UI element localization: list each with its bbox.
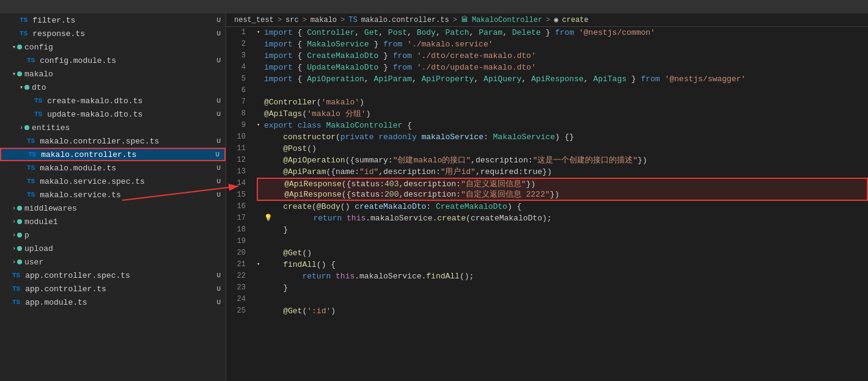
folder-dot	[24, 125, 29, 130]
sidebar-item-middlewares[interactable]: ›middlewares	[0, 201, 226, 215]
line-number-22: 22	[226, 270, 246, 282]
token: }	[264, 282, 288, 294]
fold-arrow[interactable]	[257, 201, 263, 212]
token: ()	[302, 247, 312, 259]
token: @ApiOperation	[283, 154, 345, 166]
fold-arrow[interactable]	[257, 282, 263, 294]
token	[412, 62, 417, 73]
breadcrumb-src: src	[285, 16, 299, 24]
sidebar-item-entities[interactable]: ›entities	[0, 121, 226, 134]
fold-arrow[interactable]	[257, 85, 263, 96]
sidebar-item-makalo-controller-spec-ts[interactable]: TSmakalo.controller.spec.tsU	[0, 134, 226, 148]
fold-arrow[interactable]	[257, 143, 263, 154]
token: @ApiTags	[264, 108, 302, 120]
token	[264, 305, 283, 317]
sidebar-item-config-module-ts[interactable]: TSconfig.module.tsU	[0, 54, 226, 67]
fold-arrow[interactable]	[257, 270, 263, 282]
sidebar-item-badge: U	[216, 272, 221, 279]
sidebar-item-makalo-service-ts[interactable]: TSmakalo.service.tsU	[0, 188, 226, 201]
line-number-5: 5	[226, 73, 246, 85]
line-number-8: 8	[226, 108, 246, 120]
fold-arrow[interactable]	[257, 305, 263, 317]
token: from	[555, 27, 574, 38]
fold-arrow[interactable]	[257, 294, 263, 305]
fold-arrow[interactable]	[257, 236, 263, 247]
code-line-25: @Get(':id')	[257, 305, 868, 317]
fold-arrow[interactable]	[257, 96, 263, 108]
token: './makalo.service'	[407, 38, 493, 50]
fold-arrow[interactable]	[257, 62, 263, 73]
sidebar-item-app-controller-spec-ts[interactable]: TSapp.controller.spec.tsU	[0, 269, 226, 282]
token: ApiParam	[373, 73, 411, 85]
token: from	[393, 62, 412, 73]
folder-dot	[24, 85, 29, 90]
fold-arrow[interactable]	[257, 212, 263, 224]
fold-arrow[interactable]: ▾	[257, 259, 263, 270]
fold-arrow[interactable]: ▾	[257, 120, 263, 131]
fold-arrow[interactable]	[257, 166, 263, 178]
token	[275, 212, 313, 224]
sidebar-item-makalo-service-spec-ts[interactable]: TSmakalo.service.spec.tsU	[0, 175, 226, 188]
fold-arrow[interactable]	[257, 224, 263, 236]
sidebar[interactable]: TSfilter.tsUTSresponse.tsU▾configTSconfi…	[0, 13, 226, 381]
sidebar-item-makalo-module-ts[interactable]: TSmakalo.module.tsU	[0, 161, 226, 175]
token: ApiResponse	[531, 73, 584, 85]
fold-arrow[interactable]	[257, 108, 263, 120]
fold-arrow[interactable]: ▾	[257, 27, 263, 38]
breadcrumb-class: MakaloController	[472, 16, 542, 24]
token: ({name:	[326, 166, 359, 178]
sidebar-item-update-makalo-dto-ts[interactable]: TSupdate-makalo.dto.tsU	[0, 107, 226, 121]
fold-arrow[interactable]	[257, 247, 263, 259]
code-line-6	[257, 85, 868, 96]
token: ()	[340, 201, 355, 212]
sidebar-item-response-ts[interactable]: TSresponse.tsU	[0, 27, 226, 40]
token: findAll	[426, 270, 460, 282]
sidebar-item-p[interactable]: ›p	[0, 228, 226, 242]
token: (	[317, 96, 322, 108]
fold-arrow[interactable]	[257, 50, 263, 62]
code-container[interactable]: 1234567891011121314151617181920212223242…	[226, 27, 868, 381]
sidebar-item-badge: U	[216, 137, 221, 145]
sidebar-item-upload[interactable]: ›upload	[0, 242, 226, 255]
line-number-2: 2	[226, 38, 246, 50]
fold-arrow[interactable]	[258, 189, 264, 200]
token: '@nestjs/common'	[579, 27, 655, 38]
token	[293, 120, 298, 131]
fold-arrow[interactable]	[257, 73, 263, 85]
sidebar-item-create-makalo-dto-ts[interactable]: TScreate-makalo.dto.tsU	[0, 94, 226, 107]
token: ,	[407, 27, 417, 38]
token: MakaloController	[326, 120, 402, 131]
token: @Get	[283, 247, 302, 259]
chevron-right-icon: ›	[12, 205, 16, 212]
sidebar-item-config[interactable]: ▾config	[0, 40, 226, 54]
fold-arrow[interactable]	[257, 131, 263, 143]
token: import	[264, 27, 293, 38]
chevron-right-icon: ›	[12, 245, 16, 252]
sidebar-item-label: entities	[32, 123, 226, 132]
folder-dot	[17, 71, 22, 76]
sidebar-item-dto[interactable]: ▾dto	[0, 81, 226, 94]
sidebar-item-app-module-ts[interactable]: TSapp.module.tsU	[0, 296, 226, 309]
sidebar-item-module1[interactable]: ›module1	[0, 215, 226, 228]
token: ,	[521, 73, 531, 85]
token: MakaloService	[493, 131, 555, 143]
token	[574, 27, 579, 38]
token: {	[293, 62, 307, 73]
token: ({summary:	[345, 154, 393, 166]
token: Get	[364, 27, 378, 38]
token	[660, 73, 665, 85]
token: ) {	[507, 201, 521, 212]
sidebar-item-app-controller-ts[interactable]: TSapp.controller.tsU	[0, 282, 226, 296]
sidebar-item-makalo[interactable]: ▾makalo	[0, 67, 226, 81]
token: '@nestjs/swagger'	[664, 73, 746, 85]
token: .makaloService.	[366, 212, 437, 224]
fold-arrow[interactable]	[257, 154, 263, 166]
fold-arrow[interactable]	[257, 38, 263, 50]
ts-icon: TS	[27, 164, 35, 172]
breadcrumb-sep2: >	[303, 16, 307, 24]
sidebar-item-filter-ts[interactable]: TSfilter.tsU	[0, 13, 226, 27]
lightbulb-icon[interactable]: 💡	[264, 212, 273, 224]
ts-icon: TS	[27, 191, 35, 198]
sidebar-item-makalo-controller-ts[interactable]: TSmakalo.controller.tsU	[0, 148, 226, 161]
sidebar-item-user[interactable]: ›user	[0, 255, 226, 269]
